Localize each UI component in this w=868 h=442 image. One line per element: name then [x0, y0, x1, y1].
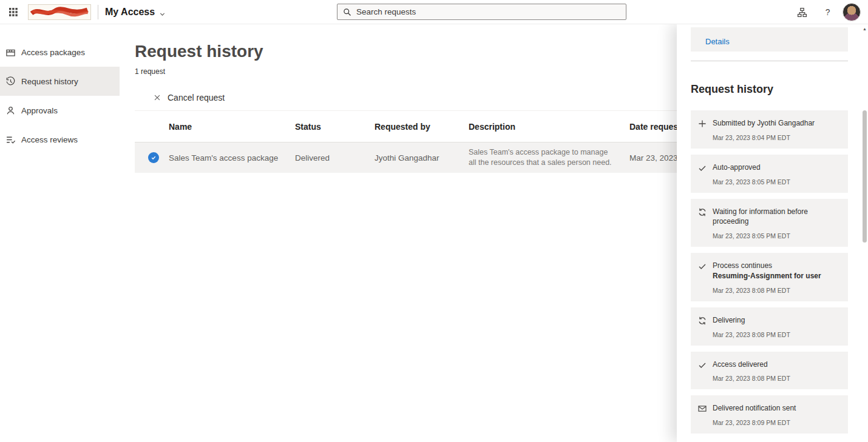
cell-name: Sales Team's access package [169, 153, 295, 162]
event-timestamp: Mar 23, 2023 8:08 PM EDT [713, 287, 821, 294]
org-logo [28, 4, 91, 20]
details-panel: Details Request history Submitted by Jyo… [677, 24, 868, 442]
app-launcher-button[interactable] [0, 0, 27, 24]
selected-check-icon [148, 152, 159, 163]
event-body: Access deliveredMar 23, 2023 8:08 PM EDT [713, 360, 790, 383]
sidebar-item-request-history[interactable]: Request history [0, 67, 120, 96]
event-title: Waiting for information before proceedin… [713, 207, 841, 227]
packages-icon [5, 47, 16, 58]
event-timestamp: Mar 23, 2023 8:05 PM EDT [713, 232, 841, 239]
panel-scrollbar[interactable]: ▲ [861, 24, 868, 442]
timeline-event-card: Submitted by Jyothi GangadharMar 23, 202… [691, 110, 848, 149]
timeline-event-card: Waiting for information before proceedin… [691, 199, 848, 247]
cancel-request-button[interactable]: Cancel request [153, 93, 225, 102]
event-title: Delivering [713, 315, 790, 326]
search-input[interactable] [356, 7, 620, 16]
event-timestamp: Mar 23, 2023 8:08 PM EDT [713, 331, 790, 338]
details-link[interactable]: Details [705, 37, 730, 46]
event-title: Process continues [713, 261, 821, 271]
org-directory-button[interactable] [789, 0, 815, 24]
event-body: Process continuesResuming-Assignment for… [713, 261, 821, 294]
help-button[interactable]: ? [815, 0, 840, 24]
search-icon [343, 8, 351, 16]
scrollbar-thumb[interactable] [863, 110, 867, 243]
event-subtitle: Resuming-Assignment for user [713, 271, 821, 281]
event-title: Delivered notification sent [713, 403, 796, 414]
event-timestamp: Mar 23, 2023 8:08 PM EDT [713, 375, 790, 382]
top-app-bar: My Access ? [0, 0, 868, 24]
timeline-event-card: Access deliveredMar 23, 2023 8:08 PM EDT [691, 352, 848, 390]
waffle-icon [8, 7, 18, 17]
plus-icon [697, 119, 707, 129]
timeline-event-card: Process continuesResuming-Assignment for… [691, 253, 848, 301]
event-timestamp: Mar 23, 2023 8:04 PM EDT [713, 134, 815, 141]
event-body: Submitted by Jyothi GangadharMar 23, 202… [713, 118, 815, 141]
reviews-icon [5, 135, 16, 145]
sidebar-nav: Access packagesRequest historyApprovalsA… [0, 24, 120, 442]
history-icon [5, 76, 16, 87]
cell-status: Delivered [295, 153, 375, 162]
sidebar-item-label: Access packages [21, 48, 85, 57]
sidebar-item-label: Request history [21, 77, 78, 86]
check-icon [697, 163, 707, 173]
timeline-event-card: Delivered notification sentMar 23, 2023 … [691, 395, 848, 434]
event-title: Submitted by Jyothi Gangadhar [713, 118, 815, 129]
cell-description: Sales Team's access package to manage al… [469, 147, 629, 169]
timeline-event-card: DeliveringMar 23, 2023 8:08 PM EDT [691, 307, 848, 346]
event-body: Waiting for information before proceedin… [713, 207, 841, 240]
check-icon [697, 261, 707, 271]
request-summary-card: Details [691, 27, 848, 52]
panel-divider [691, 61, 848, 61]
check-icon [697, 360, 707, 370]
product-name: My Access [105, 7, 155, 18]
event-body: Auto-approvedMar 23, 2023 8:05 PM EDT [713, 162, 790, 186]
cancel-request-label: Cancel request [168, 93, 225, 102]
close-icon [153, 93, 161, 102]
request-history-timeline: Submitted by Jyothi GangadharMar 23, 202… [691, 110, 848, 434]
chevron-down-icon [159, 9, 166, 16]
cell-requested-by: Jyothi Gangadhar [375, 153, 469, 162]
sync-icon [697, 207, 707, 217]
sidebar-item-approvals[interactable]: Approvals [0, 96, 120, 125]
event-title: Auto-approved [713, 162, 790, 173]
avatar[interactable] [843, 3, 861, 21]
event-body: Delivered notification sentMar 23, 2023 … [713, 403, 796, 426]
sidebar-item-label: Approvals [21, 106, 58, 115]
sidebar-item-access-reviews[interactable]: Access reviews [0, 125, 120, 154]
sidebar-item-label: Access reviews [21, 135, 78, 144]
timeline-event-card: Auto-approvedMar 23, 2023 8:05 PM EDT [691, 155, 848, 193]
sync-icon [697, 316, 707, 326]
svg-text:?: ? [825, 7, 830, 17]
event-timestamp: Mar 23, 2023 8:05 PM EDT [713, 178, 790, 186]
approvals-icon [5, 105, 16, 116]
mail-icon [697, 404, 707, 414]
event-title: Access delivered [713, 360, 790, 370]
help-icon: ? [822, 7, 833, 18]
column-header-status[interactable]: Status [295, 122, 375, 132]
panel-title: Request history [691, 83, 848, 96]
topbar-actions: ? [789, 0, 866, 24]
scroll-up-arrow-icon[interactable]: ▲ [861, 24, 868, 31]
details-panel-top: Details [691, 27, 848, 52]
event-body: DeliveringMar 23, 2023 8:08 PM EDT [713, 315, 790, 338]
search-box[interactable] [337, 4, 626, 20]
product-switcher[interactable]: My Access [105, 7, 166, 18]
topbar-divider [98, 5, 98, 19]
column-header-description[interactable]: Description [469, 122, 629, 132]
event-timestamp: Mar 23, 2023 8:09 PM EDT [713, 419, 796, 426]
org-chart-icon [797, 7, 807, 18]
column-header-requested-by[interactable]: Requested by [375, 122, 469, 132]
row-selector[interactable] [135, 152, 169, 163]
column-header-name[interactable]: Name [169, 122, 295, 132]
sidebar-item-access-packages[interactable]: Access packages [0, 38, 120, 67]
